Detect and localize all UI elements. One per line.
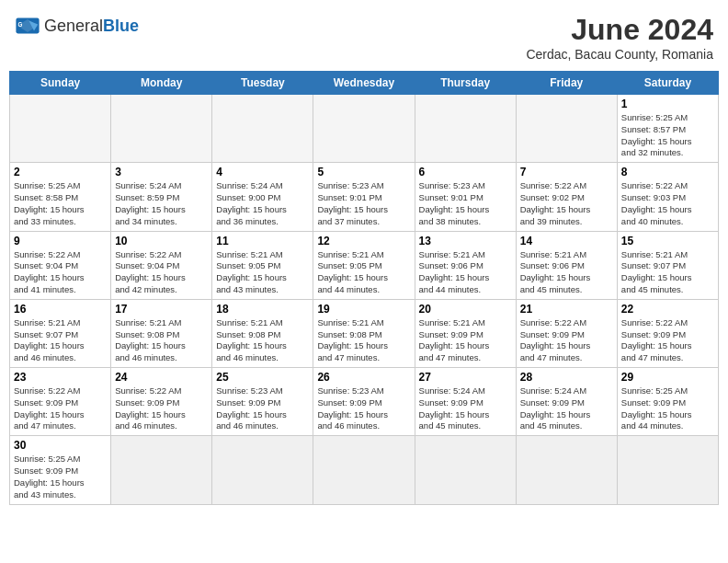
day-info: Sunrise: 5:25 AMSunset: 8:58 PMDaylight:…	[14, 180, 107, 227]
calendar-cell: 7Sunrise: 5:22 AMSunset: 9:02 PMDaylight…	[516, 163, 617, 231]
weekday-header-saturday: Saturday	[617, 72, 718, 95]
calendar-title: June 2024	[526, 13, 713, 47]
day-number: 3	[115, 166, 208, 178]
day-info: Sunrise: 5:23 AMSunset: 9:09 PMDaylight:…	[317, 385, 410, 432]
day-number: 16	[14, 303, 107, 316]
calendar-week-2: 2Sunrise: 5:25 AMSunset: 8:58 PMDaylight…	[10, 163, 719, 231]
day-info: Sunrise: 5:22 AMSunset: 9:04 PMDaylight:…	[115, 249, 208, 296]
day-info: Sunrise: 5:25 AMSunset: 8:57 PMDaylight:…	[621, 112, 714, 159]
day-number: 21	[520, 303, 613, 316]
day-info: Sunrise: 5:24 AMSunset: 9:00 PMDaylight:…	[216, 180, 309, 227]
day-number: 4	[216, 166, 309, 178]
day-info: Sunrise: 5:21 AMSunset: 9:08 PMDaylight:…	[216, 317, 309, 364]
calendar-cell: 16Sunrise: 5:21 AMSunset: 9:07 PMDayligh…	[10, 299, 111, 367]
day-info: Sunrise: 5:21 AMSunset: 9:05 PMDaylight:…	[317, 249, 410, 296]
calendar-cell: 9Sunrise: 5:22 AMSunset: 9:04 PMDaylight…	[10, 231, 111, 299]
calendar-cell: 27Sunrise: 5:24 AMSunset: 9:09 PMDayligh…	[415, 368, 516, 436]
calendar-cell: 20Sunrise: 5:21 AMSunset: 9:09 PMDayligh…	[415, 299, 516, 367]
day-number: 25	[216, 371, 309, 384]
day-number: 19	[317, 303, 410, 316]
day-number: 6	[419, 166, 512, 178]
calendar-cell: 24Sunrise: 5:22 AMSunset: 9:09 PMDayligh…	[111, 368, 212, 436]
day-info: Sunrise: 5:22 AMSunset: 9:09 PMDaylight:…	[520, 317, 613, 364]
day-number: 8	[621, 166, 714, 178]
day-info: Sunrise: 5:21 AMSunset: 9:06 PMDaylight:…	[520, 249, 613, 296]
day-info: Sunrise: 5:21 AMSunset: 9:08 PMDaylight:…	[317, 317, 410, 364]
day-info: Sunrise: 5:25 AMSunset: 9:09 PMDaylight:…	[621, 385, 714, 432]
logo: G GeneralBlue	[15, 13, 139, 39]
day-number: 9	[14, 235, 107, 247]
day-number: 5	[317, 166, 410, 178]
day-info: Sunrise: 5:23 AMSunset: 9:01 PMDaylight:…	[419, 180, 512, 227]
calendar-cell: 25Sunrise: 5:23 AMSunset: 9:09 PMDayligh…	[212, 368, 313, 436]
calendar-cell	[617, 436, 718, 504]
day-info: Sunrise: 5:22 AMSunset: 9:09 PMDaylight:…	[115, 385, 208, 432]
calendar-week-1: 1Sunrise: 5:25 AMSunset: 8:57 PMDaylight…	[10, 95, 719, 163]
calendar-week-3: 9Sunrise: 5:22 AMSunset: 9:04 PMDaylight…	[10, 231, 719, 299]
calendar-cell: 6Sunrise: 5:23 AMSunset: 9:01 PMDaylight…	[415, 163, 516, 231]
calendar-cell: 23Sunrise: 5:22 AMSunset: 9:09 PMDayligh…	[10, 368, 111, 436]
calendar-cell	[10, 95, 111, 163]
calendar-cell	[212, 95, 313, 163]
weekday-header-friday: Friday	[516, 72, 617, 95]
svg-text:G: G	[18, 21, 23, 28]
day-info: Sunrise: 5:24 AMSunset: 8:59 PMDaylight:…	[115, 180, 208, 227]
calendar-cell: 28Sunrise: 5:24 AMSunset: 9:09 PMDayligh…	[516, 368, 617, 436]
day-info: Sunrise: 5:22 AMSunset: 9:09 PMDaylight:…	[621, 317, 714, 364]
calendar-cell: 17Sunrise: 5:21 AMSunset: 9:08 PMDayligh…	[111, 299, 212, 367]
calendar-cell	[111, 436, 212, 504]
calendar-cell: 10Sunrise: 5:22 AMSunset: 9:04 PMDayligh…	[111, 231, 212, 299]
day-number: 29	[621, 371, 714, 384]
weekday-header-wednesday: Wednesday	[313, 72, 415, 95]
day-info: Sunrise: 5:24 AMSunset: 9:09 PMDaylight:…	[419, 385, 512, 432]
day-info: Sunrise: 5:22 AMSunset: 9:03 PMDaylight:…	[621, 180, 714, 227]
calendar-cell: 26Sunrise: 5:23 AMSunset: 9:09 PMDayligh…	[313, 368, 415, 436]
calendar-cell	[212, 436, 313, 504]
calendar-title-block: June 2024 Cerdac, Bacau County, Romania	[526, 13, 713, 62]
day-number: 11	[216, 235, 309, 247]
calendar-week-4: 16Sunrise: 5:21 AMSunset: 9:07 PMDayligh…	[10, 299, 719, 367]
day-info: Sunrise: 5:25 AMSunset: 9:09 PMDaylight:…	[14, 454, 107, 500]
day-info: Sunrise: 5:21 AMSunset: 9:07 PMDaylight:…	[621, 249, 714, 296]
day-number: 10	[115, 235, 208, 247]
day-number: 22	[621, 303, 714, 316]
calendar-cell: 15Sunrise: 5:21 AMSunset: 9:07 PMDayligh…	[617, 231, 718, 299]
day-info: Sunrise: 5:22 AMSunset: 9:09 PMDaylight:…	[14, 385, 107, 432]
day-number: 28	[520, 371, 613, 384]
day-number: 18	[216, 303, 309, 316]
calendar-cell: 30Sunrise: 5:25 AMSunset: 9:09 PMDayligh…	[10, 436, 111, 504]
calendar-cell: 19Sunrise: 5:21 AMSunset: 9:08 PMDayligh…	[313, 299, 415, 367]
day-info: Sunrise: 5:21 AMSunset: 9:05 PMDaylight:…	[216, 249, 309, 296]
generalblue-logo-icon: G	[15, 13, 40, 39]
weekday-header-tuesday: Tuesday	[212, 72, 313, 95]
day-number: 1	[621, 98, 714, 110]
day-info: Sunrise: 5:23 AMSunset: 9:09 PMDaylight:…	[216, 385, 309, 432]
calendar-cell	[415, 436, 516, 504]
day-number: 27	[419, 371, 512, 384]
day-number: 12	[317, 235, 410, 247]
calendar-cell	[516, 436, 617, 504]
calendar-cell	[313, 95, 415, 163]
day-info: Sunrise: 5:24 AMSunset: 9:09 PMDaylight:…	[520, 385, 613, 432]
weekday-header-thursday: Thursday	[415, 72, 516, 95]
day-number: 7	[520, 166, 613, 178]
calendar-cell: 2Sunrise: 5:25 AMSunset: 8:58 PMDaylight…	[10, 163, 111, 231]
calendar-cell	[516, 95, 617, 163]
calendar-cell: 18Sunrise: 5:21 AMSunset: 9:08 PMDayligh…	[212, 299, 313, 367]
day-number: 26	[317, 371, 410, 384]
day-number: 15	[621, 235, 714, 247]
calendar-cell: 3Sunrise: 5:24 AMSunset: 8:59 PMDaylight…	[111, 163, 212, 231]
day-number: 2	[14, 166, 107, 178]
day-info: Sunrise: 5:22 AMSunset: 9:04 PMDaylight:…	[14, 249, 107, 296]
calendar-subtitle: Cerdac, Bacau County, Romania	[526, 47, 713, 62]
calendar-cell: 1Sunrise: 5:25 AMSunset: 8:57 PMDaylight…	[617, 95, 718, 163]
calendar-cell: 22Sunrise: 5:22 AMSunset: 9:09 PMDayligh…	[617, 299, 718, 367]
day-number: 23	[14, 371, 107, 384]
calendar-cell: 4Sunrise: 5:24 AMSunset: 9:00 PMDaylight…	[212, 163, 313, 231]
day-number: 13	[419, 235, 512, 247]
day-info: Sunrise: 5:21 AMSunset: 9:06 PMDaylight:…	[419, 249, 512, 296]
calendar-cell	[111, 95, 212, 163]
day-number: 17	[115, 303, 208, 316]
calendar-cell	[313, 436, 415, 504]
calendar-table: SundayMondayTuesdayWednesdayThursdayFrid…	[9, 71, 719, 505]
